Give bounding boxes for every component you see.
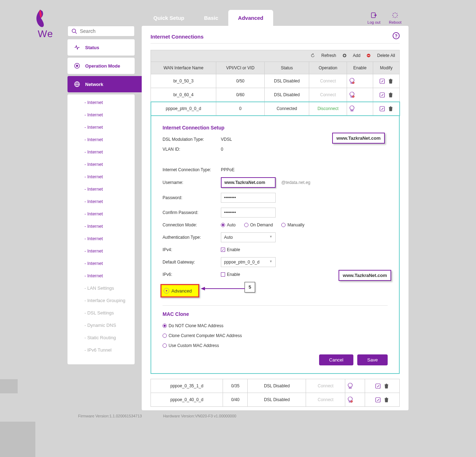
- setup-title: Internet Connection Setup: [163, 125, 388, 131]
- advanced-toggle[interactable]: ▾ Advanced: [160, 284, 199, 297]
- subnav-internet[interactable]: - Internet: [67, 122, 135, 132]
- mode-auto[interactable]: Auto: [221, 222, 236, 227]
- trash-icon[interactable]: [388, 92, 393, 98]
- subnav-internet[interactable]: - Internet: [67, 209, 135, 219]
- subnav-internet[interactable]: - Internet: [67, 184, 135, 194]
- confirm-label: Confirm Password:: [163, 210, 221, 215]
- search-icon: [71, 28, 77, 34]
- edit-icon[interactable]: [380, 92, 385, 98]
- col-status: Status: [265, 62, 309, 74]
- mac-title: MAC Clone: [163, 305, 388, 317]
- mode-ondemand[interactable]: On Demand: [244, 222, 273, 227]
- tab-advanced[interactable]: Advanced: [228, 10, 274, 26]
- table-toolbar: Refresh Add Delete All: [151, 50, 400, 62]
- subnav-internet[interactable]: - Internet: [67, 246, 135, 256]
- mode-manually[interactable]: Manually: [281, 222, 304, 227]
- dsl-type-value: VDSL: [221, 137, 232, 142]
- subnav-internet[interactable]: - Internet: [67, 233, 135, 244]
- subnav-internet[interactable]: - Internet: [67, 159, 135, 169]
- refresh-button[interactable]: Refresh: [311, 53, 336, 58]
- footer: Firmware Version:1.1.020061534713 Hardwa…: [67, 410, 409, 420]
- svg-line-10: [75, 32, 77, 34]
- brand-logo: We: [32, 9, 59, 40]
- subnav-internet[interactable]: - Internet: [67, 97, 135, 108]
- auth-select[interactable]: Auto: [221, 232, 276, 242]
- trash-icon[interactable]: [388, 106, 393, 111]
- col-op: Operation: [309, 62, 347, 74]
- confirm-input[interactable]: ••••••••: [221, 208, 276, 218]
- username-label: Username:: [163, 180, 221, 185]
- mode-label: Connection Mode:: [163, 222, 221, 227]
- col-enable: Enable: [347, 62, 373, 74]
- subnav-ddns[interactable]: - Dynamic DNS: [67, 320, 135, 330]
- password-input[interactable]: ••••••••: [221, 193, 276, 203]
- search-box[interactable]: [67, 26, 135, 36]
- svg-line-8: [396, 13, 397, 14]
- gw-label: Default Gateway:: [163, 260, 221, 265]
- watermark: www.TazkraNet.com: [339, 270, 391, 281]
- subnav-internet[interactable]: - Internet: [67, 134, 135, 145]
- cancel-button[interactable]: Cancel: [319, 354, 353, 365]
- col-vpi: VPI/VCI or VID: [216, 62, 265, 74]
- status-icon: [74, 44, 80, 51]
- subnav-ifgroup[interactable]: - Interface Grouping: [67, 295, 135, 306]
- table-row[interactable]: br_0_60_40/60DSL DisabledConnect: [151, 88, 400, 102]
- mac-opt-1[interactable]: Clone Current Computer MAC Address: [163, 333, 242, 338]
- svg-point-9: [72, 29, 76, 33]
- tab-basic[interactable]: Basic: [194, 10, 228, 26]
- save-button[interactable]: Save: [357, 354, 388, 365]
- svg-line-7: [393, 17, 394, 17]
- mac-opt-2[interactable]: Use Custom MAC Address: [163, 343, 219, 348]
- table-row[interactable]: pppoe_0_35_1_d0/35DSL DisabledConnect: [151, 379, 400, 393]
- subnav-internet[interactable]: - Internet: [67, 196, 135, 207]
- refresh-icon: [311, 53, 315, 58]
- tab-quick-setup[interactable]: Quick Setup: [143, 10, 194, 26]
- edit-icon[interactable]: [380, 79, 385, 84]
- edit-icon[interactable]: [375, 397, 381, 403]
- subnav-internet[interactable]: - Internet: [67, 110, 135, 120]
- vlan-value: 0: [221, 147, 223, 152]
- edit-icon[interactable]: [375, 383, 381, 389]
- delete-all-button[interactable]: Delete All: [366, 53, 395, 58]
- svg-line-5: [393, 13, 394, 14]
- edit-icon[interactable]: [380, 106, 385, 111]
- table-row[interactable]: br_0_50_30/50DSL DisabledConnect: [151, 74, 400, 88]
- gw-select[interactable]: pppoe_ptm_0_0_d: [221, 257, 276, 267]
- ipv4-enable[interactable]: ✓Enable: [221, 247, 240, 252]
- help-icon[interactable]: ?: [393, 32, 400, 39]
- subnav-lan[interactable]: - LAN Settings: [67, 283, 135, 293]
- ipv4-label: IPv4:: [163, 247, 221, 252]
- add-button[interactable]: Add: [342, 53, 360, 58]
- logout-button[interactable]: Log out: [368, 11, 381, 24]
- table-row[interactable]: pppoe_0_40_0_d0/40DSL DisabledConnect: [151, 393, 400, 407]
- table-row[interactable]: pppoe_ptm_0_0_d0ConnectedDisconnect: [151, 102, 400, 116]
- subnav-internet[interactable]: - Internet: [67, 221, 135, 231]
- svg-marker-27: [201, 287, 205, 290]
- col-name: WAN Interface Name: [151, 62, 216, 74]
- subnav-internet[interactable]: - Internet: [67, 147, 135, 157]
- search-input[interactable]: [80, 28, 131, 34]
- brand-name: We: [32, 28, 59, 40]
- wan-table-2: pppoe_0_35_1_d0/35DSL DisabledConnectppp…: [151, 379, 400, 407]
- conn-type-value: PPPoE: [221, 167, 235, 172]
- subnav-ipv6[interactable]: - IPv6 Tunnel: [67, 345, 135, 355]
- nav-network[interactable]: Network: [67, 76, 142, 92]
- subnav-internet[interactable]: - Internet: [67, 258, 135, 268]
- subnav-internet[interactable]: - Internet: [67, 172, 135, 182]
- mac-opt-0[interactable]: Do NOT Clone MAC Address: [163, 323, 223, 328]
- subnav-dsl[interactable]: - DSL Settings: [67, 308, 135, 318]
- ipv6-enable[interactable]: Enable: [221, 272, 240, 277]
- nav-status[interactable]: Status: [67, 39, 135, 56]
- ipv6-label: IPv6:: [163, 272, 221, 277]
- col-modify: Modify: [373, 62, 399, 74]
- setup-panel: www.TazkraNet.com Internet Connection Se…: [151, 116, 400, 374]
- plus-icon: [342, 53, 347, 58]
- reboot-button[interactable]: Reboot: [389, 11, 401, 24]
- nav-operation-mode[interactable]: Operation Mode: [67, 58, 135, 74]
- trash-icon[interactable]: [384, 383, 389, 389]
- username-input[interactable]: www.TazkraNet.com: [221, 177, 276, 188]
- subnav-routing[interactable]: - Static Routing: [67, 332, 135, 343]
- trash-icon[interactable]: [384, 397, 389, 403]
- subnav-internet[interactable]: - Internet: [67, 271, 135, 281]
- trash-icon[interactable]: [388, 79, 393, 84]
